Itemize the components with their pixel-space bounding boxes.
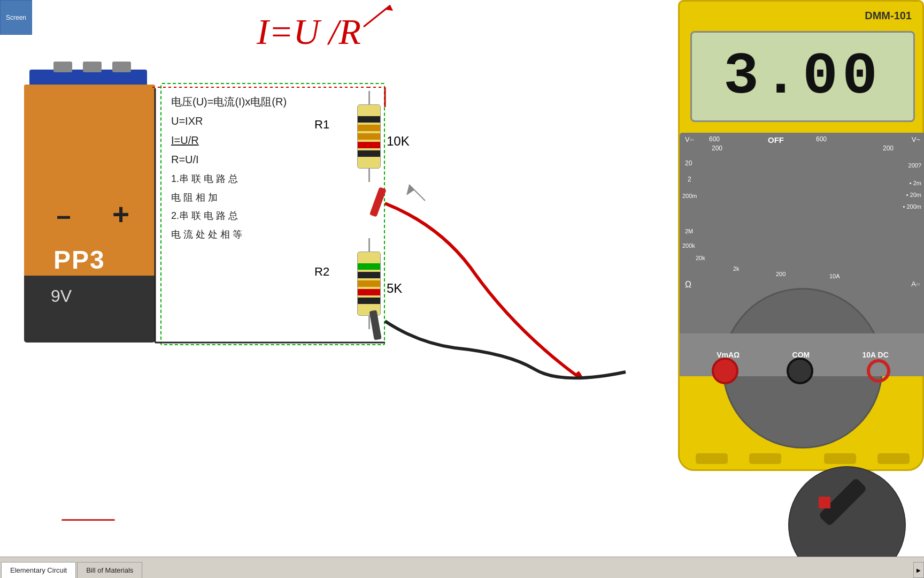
- resistor-r2-band2: [358, 272, 380, 278]
- battery-voltage: 9V: [51, 286, 72, 306]
- multimeter-model: DMM-101: [865, 10, 912, 22]
- dial-red-dot: [819, 497, 830, 508]
- dmm-10a: 10A: [829, 273, 840, 279]
- battery-body: − + PP3: [24, 85, 155, 277]
- rubber-bumper-2: [749, 453, 781, 464]
- screen-button[interactable]: Screen: [0, 0, 32, 35]
- dmm-2m: • 2m: [910, 180, 921, 186]
- dmm-600-right: 600: [816, 135, 827, 143]
- multimeter-plug-10a[interactable]: [867, 359, 890, 383]
- screen-button-label: Screen: [6, 14, 26, 21]
- annotation-ohms-law: 电压(U)=电流(I)x电阻(R): [171, 94, 353, 110]
- dmm-200ohm-bot: 200: [776, 271, 786, 277]
- tabs-bar: Elementary Circuit Bill of Materials ▶: [0, 557, 924, 578]
- multimeter-plug-red[interactable]: [712, 358, 738, 384]
- resistor-r1-band3: [358, 133, 380, 140]
- resistor-r1-lead-top: [368, 91, 370, 104]
- dmm-adc-symbol: A⎓: [911, 280, 920, 288]
- annotation-rui: R=U/I: [171, 151, 353, 168]
- battery-connector-right: [112, 62, 131, 72]
- resistor-r2-band4: [358, 289, 380, 295]
- dmm-200-left: 200: [712, 144, 722, 152]
- resistor-r2: R2 5K: [357, 238, 381, 329]
- battery-voltage-line: [61, 519, 115, 521]
- tab-bill-of-materials[interactable]: Bill of Materials: [77, 562, 142, 578]
- resistor-r1-label: R1: [314, 118, 329, 132]
- resistor-r2-lead-top: [368, 238, 370, 252]
- dmm-200m-left: 200m: [682, 193, 697, 199]
- dmm-off-label: OFF: [768, 135, 784, 144]
- tab-elementary-circuit[interactable]: Elementary Circuit: [1, 562, 76, 578]
- dmm-2k: 2k: [733, 265, 740, 272]
- resistor-r1-band2: [358, 125, 380, 131]
- multimeter-dial-area: V⎓ 600 OFF 600 V~ 200 200 200? • 2m • 20…: [680, 133, 924, 336]
- resistor-r1-value: 10K: [387, 134, 410, 149]
- annotation-iur: I=U/R: [171, 132, 353, 148]
- annotation-desc3: 2.串 联 电 路 总: [171, 208, 353, 224]
- rubber-bumper-3: [824, 453, 856, 464]
- resistor-r1-band4: [358, 142, 380, 148]
- battery-connector-mid: [83, 62, 102, 72]
- dmm-200k: 200k: [682, 242, 695, 249]
- battery: − + PP3 9V: [24, 70, 155, 343]
- resistor-r2-value: 5K: [387, 281, 402, 296]
- handwritten-formula: I=U /R: [257, 11, 361, 53]
- dmm-vdc-label: V⎓: [685, 135, 694, 143]
- battery-plus-terminal: +: [112, 197, 129, 231]
- resistor-r2-label: R2: [314, 265, 329, 279]
- resistor-r2-body: [357, 252, 381, 316]
- dmm-600-left: 600: [709, 135, 720, 143]
- formula-area: I=U /R: [241, 0, 508, 78]
- multimeter: DMM-101 3.00 V⎓ 600 OFF 600 V~: [678, 0, 924, 471]
- multimeter-plug-black: [787, 358, 813, 384]
- battery-connector-left: [53, 62, 72, 72]
- dmm-20k: 20k: [696, 255, 705, 261]
- multimeter-reading: 3.00: [723, 43, 882, 110]
- battery-bottom: 9V: [24, 276, 155, 343]
- battery-minus-terminal: −: [56, 202, 71, 232]
- resistor-r2-lead-bottom: [368, 316, 370, 329]
- annotation-desc4: 电 流 处 处 相 等: [171, 226, 353, 243]
- rubber-bumper-1: [696, 453, 728, 464]
- resistor-r1-lead-bottom: [368, 169, 370, 182]
- dmm-2: 2: [688, 176, 691, 183]
- dmm-vac-label: V~: [912, 135, 920, 143]
- annotations-panel: 电压(U)=电流(I)x电阻(R) U=IXR I=U/R R=U/I 1.串 …: [171, 94, 353, 242]
- tab-elementary-circuit-label: Elementary Circuit: [10, 566, 67, 574]
- resistor-r2-band1: [358, 263, 380, 270]
- tab-scroll-button[interactable]: ▶: [913, 562, 924, 578]
- svg-marker-11: [406, 185, 414, 195]
- dmm-200-right: 200: [883, 144, 894, 152]
- resistor-r1-body: [357, 104, 381, 169]
- resistor-r2-band3: [358, 280, 380, 287]
- dmm-2m-left: 2M: [685, 228, 693, 234]
- dmm-20: 20: [685, 159, 692, 167]
- annotation-desc1: 1.串 联 电 路 总: [171, 171, 353, 187]
- resistor-r1-band1: [358, 116, 380, 123]
- rubber-bumper-4: [877, 453, 910, 464]
- resistor-r2-band5: [358, 298, 380, 304]
- dmm-ohm-symbol: Ω: [685, 280, 691, 290]
- annotation-desc2: 电 阻 相 加: [171, 189, 353, 206]
- svg-line-10: [409, 185, 425, 201]
- dmm-20m: • 20m: [906, 192, 921, 198]
- resistor-r1-band5: [358, 150, 380, 157]
- terminal-10a-label: 10A DC: [863, 351, 889, 359]
- resistor-r1: R1 10K: [357, 91, 381, 182]
- dmm-200m-right: • 200m: [903, 203, 921, 210]
- dmm-200ohm: 200?: [908, 162, 921, 169]
- battery-label: PP3: [53, 245, 105, 275]
- multimeter-display: 3.00: [690, 31, 915, 122]
- tab-bill-of-materials-label: Bill of Materials: [86, 566, 133, 574]
